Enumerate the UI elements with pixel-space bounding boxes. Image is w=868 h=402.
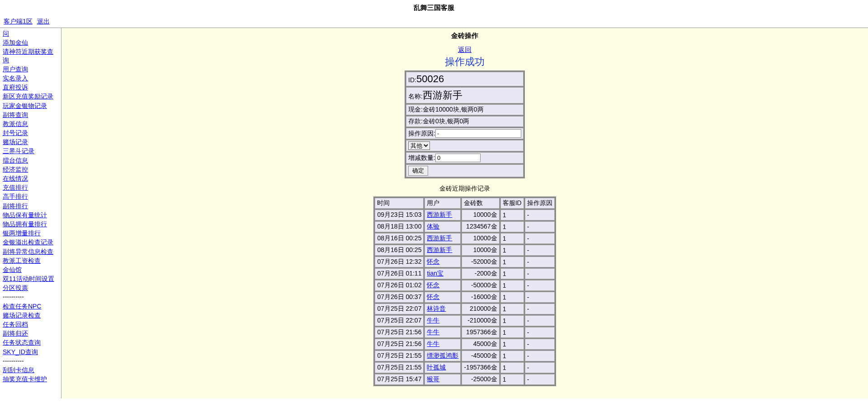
sidebar-divider: ---------- [3,356,58,365]
sidebar-item[interactable]: 新区充值奖励记录 [3,92,58,101]
sidebar-item[interactable]: 银两增量排行 [3,229,58,238]
sidebar-item[interactable]: 用户查询 [3,65,58,74]
cell-reason: - [525,257,555,267]
cell-user: 怀念 [425,280,461,291]
sidebar-item[interactable]: 赌场记录检查 [3,311,58,320]
cell-oid: 1 [500,233,524,244]
back-link[interactable]: 返回 [458,46,472,53]
user-link[interactable]: 牛牛 [427,340,439,347]
table-row: 07月25日 15:47猴哥-25000金1- [375,374,554,385]
cell-oid: 1 [500,315,524,326]
cell-user: 西游新手 [425,233,461,244]
cell-time: 07月25日 21:55 [375,351,424,361]
qty-input[interactable] [435,154,481,162]
main-content: 金砖操作 返回 操作成功 ID:50026 名称:西游新手 现金:金砖10000… [61,28,868,398]
sidebar-item[interactable]: 刮刮卡信息 [3,365,58,374]
sidebar-item[interactable]: 抽奖充值卡维护 [3,374,58,383]
user-link[interactable]: 缥渺孤鸿影 [427,352,458,359]
sidebar-item[interactable]: 赌场记录 [3,137,58,146]
user-link[interactable]: 牛牛 [427,328,439,336]
table-row: 07月25日 21:56牛牛1957366金1- [375,327,554,338]
table-row: 08月16日 00:25西游新手10000金1- [375,233,554,244]
cell-time: 07月26日 12:32 [375,257,424,267]
sidebar-item[interactable]: 教派工资检查 [3,256,58,265]
sidebar-item[interactable]: 三界斗记录 [3,146,58,155]
sidebar-item[interactable]: 直府投诉 [3,83,58,92]
sidebar-item[interactable]: 物品保有量统计 [3,210,58,220]
cell-user: 体验 [425,221,461,232]
cell-oid: 1 [500,210,524,220]
success-message: 操作成功 [65,55,864,69]
cell-oid: 1 [500,292,524,303]
log-table: 时间用户金砖数客服ID操作原因 09月23日 15:03西游新手10000金1-… [373,196,556,386]
table-row: 09月23日 15:03西游新手10000金1- [375,210,554,220]
cell-time: 07月25日 21:55 [375,362,424,373]
user-link[interactable]: 体验 [427,223,439,230]
name-label: 名称: [408,93,423,100]
sidebar-item[interactable]: 分区投票 [3,283,58,292]
cell-user: tian宝 [425,268,461,279]
sidebar-item[interactable]: 经济监控 [3,165,58,174]
sidebar-item[interactable]: 添加金仙 [3,38,58,47]
cell-user: 叶孤城 [425,362,461,373]
cell-oid: 1 [500,280,524,291]
sidebar-item[interactable]: 副将排行 [3,201,58,210]
sidebar-item[interactable]: 高手排行 [3,192,58,201]
reason-input[interactable] [435,129,521,138]
sidebar-item[interactable]: 副将归还 [3,329,58,338]
user-link[interactable]: 西游新手 [427,246,452,253]
sidebar-item[interactable]: 金银溢出检查记录 [3,238,58,247]
cell-oid: 1 [500,304,524,314]
sidebar-item[interactable]: 充值排行 [3,183,58,192]
cell-amount: 1957366金 [462,327,499,338]
cell-oid: 1 [500,339,524,350]
sidebar-item[interactable]: 问 [3,29,58,38]
user-link[interactable]: tian宝 [427,270,443,277]
cash-row: 现金:金砖10000块,银两0两 [406,104,524,115]
sidebar-item[interactable]: 物品拥有量排行 [3,220,58,229]
user-link[interactable]: 怀念 [427,258,439,265]
sidebar-item[interactable]: 副将异常信息检查 [3,247,58,256]
sidebar-item[interactable]: 副将查询 [3,110,58,119]
server-link[interactable]: 客户端1区 [4,18,33,25]
user-link[interactable]: 牛牛 [427,317,439,324]
sidebar-item[interactable]: 请神符近期获奖查询 [3,47,58,64]
cell-user: 林诗音 [425,304,461,314]
sidebar-item[interactable]: 擂台信息 [3,156,58,165]
sidebar-item[interactable]: 任务回档 [3,320,58,329]
user-link[interactable]: 怀念 [427,281,439,289]
user-link[interactable]: 怀念 [427,293,439,300]
user-link[interactable]: 林诗音 [427,305,446,312]
table-row: 08月16日 00:25西游新手10000金1- [375,245,554,256]
table-row: 07月26日 01:11tian宝-2000金1- [375,268,554,279]
user-link[interactable]: 西游新手 [427,234,452,242]
cell-amount: -45000金 [462,351,499,361]
sidebar-item[interactable]: 金仙馆 [3,265,58,274]
user-link[interactable]: 叶孤城 [427,364,446,371]
reason-label: 操作原因: [408,130,435,137]
sidebar-item[interactable]: 检查任务NPC [3,302,58,311]
sidebar-item[interactable]: 封号记录 [3,128,58,137]
sidebar-item[interactable]: 教派信息 [3,119,58,128]
id-label: ID: [408,76,416,84]
user-link[interactable]: 猴哥 [427,375,439,383]
submit-button[interactable]: 确定 [408,166,428,176]
sidebar-item[interactable]: 玩家金银物记录 [3,101,58,110]
sidebar-item[interactable]: 实名录入 [3,74,58,83]
sidebar-item[interactable]: 任务状态查询 [3,338,58,347]
cell-time: 07月26日 01:11 [375,268,424,279]
sidebar[interactable]: 问添加金仙请神符近期获奖查询用户查询实名录入直府投诉新区充值奖励记录玩家金银物记… [0,28,61,398]
user-link[interactable]: 西游新手 [427,211,452,218]
type-select[interactable]: 其他 [408,141,430,150]
cell-user: 西游新手 [425,210,461,220]
cell-amount: 10000金 [462,233,499,244]
name-value: 西游新手 [423,89,462,101]
cell-time: 07月25日 15:47 [375,374,424,385]
sidebar-item[interactable]: SKY_ID查询 [3,347,58,356]
log-header: 时间 [375,198,424,209]
cell-time: 07月25日 22:07 [375,315,424,326]
logout-link[interactable]: 退出 [37,18,50,25]
sidebar-item[interactable]: 在线情况 [3,174,58,183]
cell-reason: - [525,362,555,373]
sidebar-item[interactable]: 双11活动时间设置 [3,274,58,283]
